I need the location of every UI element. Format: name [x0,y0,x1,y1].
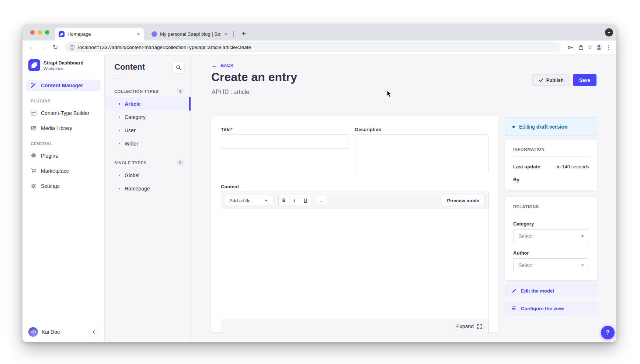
save-label: Save [579,77,590,83]
description-field-label: Description [355,127,489,132]
pen-icon [31,83,36,88]
subnav-item-label: Writer [125,141,138,147]
underline-button[interactable]: U [300,195,311,206]
subnav-item-label: User [125,127,136,133]
back-label: BACK [220,63,233,68]
sidebar-item-content-manager[interactable]: Content Manager [26,80,101,91]
more-formats-button[interactable]: … [316,195,327,206]
category-field-label: Category [513,221,589,227]
relations-heading: RELATIONS [513,204,589,209]
bullet-icon [119,188,120,189]
bullet-icon [119,175,120,176]
heading-select-dropdown[interactable]: Add a title [225,195,272,206]
strapi-admin: Strapi Dashboard Workplace Content Manag… [22,54,616,342]
address-bar[interactable]: localhost:1337/admin/content-manager/col… [65,42,561,52]
subnav-item-global[interactable]: Global [105,169,190,182]
search-button[interactable] [173,62,184,73]
bold-button[interactable]: B [279,195,289,206]
title-field-label: Title* [221,127,349,132]
group-heading: COLLECTION TYPES [114,89,159,94]
subnav-item-user[interactable]: User [105,124,190,137]
close-window-button[interactable] [30,30,35,35]
info-value: in 140 seconds [557,164,589,169]
subnav-title: Content [114,62,145,72]
browser-tab-strip: Homepage × My personal Strapi blog | Str… [22,24,616,41]
tab-search-button[interactable] [605,28,613,36]
puzzle-icon [31,153,36,159]
sidebar-item-marketplace[interactable]: Marketplace [26,165,101,177]
chevron-down-icon [581,235,584,237]
nav-section-heading: GENERAL [22,134,104,147]
group-heading: SINGLE TYPES [114,161,146,165]
tab-close-icon[interactable]: × [137,31,140,37]
info-row-last-update: Last update in 140 seconds [513,164,589,169]
forward-button[interactable]: → [39,43,48,51]
browser-menu-icon[interactable]: ⋮ [605,44,612,51]
preview-mode-button[interactable]: Preview mode [442,195,485,206]
rich-text-editor: Add a title B I U … Previ [221,192,489,334]
subnav-item-article[interactable]: Article [105,97,190,111]
expand-icon[interactable] [477,324,482,329]
publish-button[interactable]: Publish [532,74,570,86]
count-badge: 2 [177,160,184,166]
help-button[interactable]: ? [601,326,615,339]
sidebar-item-settings[interactable]: Settings [26,180,101,192]
content-subnav: Content COLLECTION TYPES 4 Article Cate [105,54,191,342]
fullscreen-window-button[interactable] [45,30,49,35]
browser-toolbar: ← → ↻ localhost:1337/admin/content-manag… [22,41,616,54]
title-input[interactable] [221,134,349,149]
workspace-subtitle: Workplace [44,66,83,71]
author-select[interactable]: Select [513,258,589,272]
info-label: By [513,177,519,182]
tab-strapi-blog[interactable]: My personal Strapi blog | Strap × [148,28,231,41]
publish-label: Publish [546,77,564,83]
expand-label[interactable]: Expand [456,323,474,329]
subnav-item-category[interactable]: Category [105,111,190,124]
description-textarea[interactable] [355,134,489,172]
sidebar-item-content-type-builder[interactable]: Content-Type Builder [26,107,101,119]
reload-button[interactable]: ↻ [51,43,60,51]
format-button-group: B I U [278,195,311,206]
new-tab-button[interactable]: + [238,28,250,39]
editor-body[interactable] [221,209,488,319]
back-link[interactable]: ← BACK [212,62,234,69]
italic-button[interactable]: I [289,195,300,206]
panel-divider [513,214,589,214]
subnav-item-writer[interactable]: Writer [105,137,190,150]
minimize-window-button[interactable] [38,30,42,35]
sidebar-item-plugins[interactable]: Plugins [26,150,101,162]
configure-view-label: Configure the view [521,306,564,311]
configure-view-button[interactable]: Configure the view [505,302,597,315]
nav-divider [22,76,104,76]
chevron-down-icon [265,200,268,202]
collapse-sidebar-button[interactable] [89,327,99,337]
tab-homepage[interactable]: Homepage × [55,28,144,41]
workspace-brand[interactable]: Strapi Dashboard Workplace [22,54,104,76]
back-button[interactable]: ← [27,43,36,51]
preview-mode-label: Preview mode [447,198,479,203]
subnav-item-label: Homepage [125,186,150,192]
site-info-icon[interactable] [69,45,75,50]
bookmark-star-icon[interactable]: ☆ [587,43,593,51]
page-subtitle: API ID : article [212,89,249,95]
subnav-item-homepage[interactable]: Homepage [105,182,190,195]
author-select-value: Select [518,262,533,268]
user-profile-row[interactable]: KD Kai Doe [22,323,104,342]
sidebar-item-label: Content-Type Builder [41,110,90,116]
tab-close-icon[interactable]: × [224,31,227,37]
sidebar-item-label: Marketplace [41,168,69,174]
sidebar-item-media-library[interactable]: Media Library [26,122,101,134]
info-label: Last update [513,164,540,169]
layout-icon [31,110,36,116]
category-select[interactable]: Select [513,229,589,243]
draft-status-banner: Editing draft version [505,118,597,136]
share-icon[interactable] [577,44,585,50]
relations-card: RELATIONS Category Select Author Select [505,197,597,280]
profile-avatar-icon[interactable] [595,43,603,51]
password-key-icon[interactable] [567,44,575,50]
panel-divider [513,156,589,157]
check-icon [539,78,543,83]
save-button[interactable]: Save [573,74,596,86]
edit-model-button[interactable]: Edit the model [505,284,597,297]
info-value: - [588,177,589,182]
